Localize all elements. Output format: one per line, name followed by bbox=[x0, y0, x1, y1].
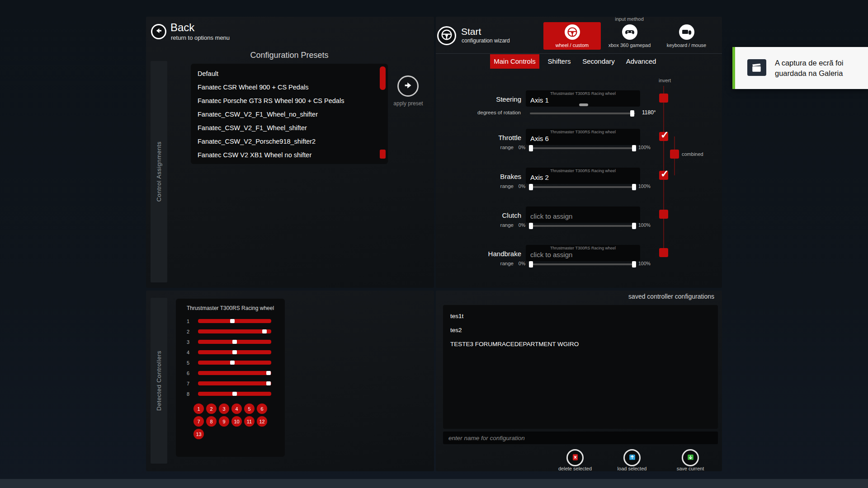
start-wizard-button[interactable] bbox=[437, 26, 456, 45]
handbrake-range-slider[interactable] bbox=[530, 263, 635, 265]
clutch-range-handle-max[interactable] bbox=[632, 223, 636, 229]
detected-device-name: Thrustmaster T300RS Racing wheel bbox=[176, 305, 285, 311]
clutch-assignment-box[interactable]: click to assign bbox=[526, 206, 640, 223]
controller-button-indicator: 8 bbox=[206, 416, 217, 427]
axis-number: 6 bbox=[179, 371, 189, 376]
controller-button-indicator: 7 bbox=[193, 416, 204, 427]
invert-checkbox-handbrake[interactable] bbox=[659, 248, 668, 257]
screenshot-icon bbox=[747, 59, 766, 76]
steering-label: Steering bbox=[458, 95, 521, 103]
steering-wheel-icon bbox=[441, 29, 453, 42]
preset-scrollbar-button[interactable] bbox=[380, 150, 386, 159]
throttle-assignment-value: Axis 6 bbox=[530, 135, 549, 142]
axis-bar bbox=[198, 361, 271, 365]
controller-button-indicator: 6 bbox=[257, 404, 267, 414]
back-subtitle: return to options menu bbox=[171, 34, 230, 41]
controller-button-indicator: 9 bbox=[219, 416, 229, 427]
tab-main-controls[interactable]: Main Controls bbox=[490, 54, 539, 69]
preset-scrollbar-thumb[interactable] bbox=[380, 66, 386, 90]
controller-button-indicator: 11 bbox=[244, 416, 255, 427]
invert-checkbox-brakes[interactable] bbox=[659, 171, 668, 180]
brakes-range-handle-min[interactable] bbox=[529, 184, 533, 190]
input-method-keyboard-mouse[interactable]: keyboard / mouse bbox=[658, 22, 715, 50]
preset-item[interactable]: Fanatec CSW V2 XB1 Wheel no shifter bbox=[191, 148, 388, 162]
load-icon bbox=[628, 453, 637, 463]
rotation-slider-handle[interactable] bbox=[630, 110, 634, 117]
invert-checkbox-throttle[interactable] bbox=[659, 132, 668, 141]
clutch-range-handle-min[interactable] bbox=[529, 223, 533, 229]
throttle-range-handle-max[interactable] bbox=[632, 145, 636, 151]
axis-position-indicator bbox=[232, 340, 237, 344]
invert-checkbox-steering[interactable] bbox=[659, 94, 668, 103]
saved-config-list[interactable]: tes1ttes2TESTE3 FORUMRACEDEPARTMENT WGIR… bbox=[443, 305, 718, 429]
preset-item[interactable]: Default bbox=[191, 67, 388, 80]
axis-number: 4 bbox=[179, 350, 189, 355]
input-method-xbox-gamepad[interactable]: xbox 360 gamepad bbox=[601, 22, 658, 50]
preset-item[interactable]: Fanatec_CSW_V2_F1_Wheel_shifter bbox=[191, 121, 388, 135]
preset-item[interactable]: Fanatec CSR Wheel 900 + CS Pedals bbox=[191, 80, 388, 94]
handbrake-assignment-box[interactable]: Thrustmaster T300RS Racing wheel click t… bbox=[526, 245, 640, 261]
handbrake-range-max: 100% bbox=[638, 261, 651, 266]
sidebar-tab-control-assignments[interactable]: Control Assignments bbox=[151, 61, 167, 282]
header-divider bbox=[436, 53, 722, 54]
brakes-range-slider[interactable] bbox=[530, 186, 635, 188]
sidebar-tab-detected-controllers[interactable]: Detected Controllers bbox=[151, 298, 167, 464]
config-name-input[interactable] bbox=[443, 432, 718, 444]
control-assignments-label: Control Assignments bbox=[156, 141, 162, 202]
rotation-slider[interactable] bbox=[530, 113, 635, 114]
axis-number: 1 bbox=[179, 319, 189, 324]
combined-checkbox[interactable] bbox=[670, 150, 679, 159]
controller-button-indicator: 3 bbox=[219, 404, 229, 414]
screenshot-toast[interactable]: A captura de ecrã foi guardada na Galeri… bbox=[732, 47, 868, 89]
apply-preset-button[interactable] bbox=[397, 75, 419, 97]
axis-number: 5 bbox=[179, 360, 189, 366]
axis-bar bbox=[198, 392, 271, 396]
input-method-wheel-custom[interactable]: wheel / custom bbox=[543, 22, 601, 50]
delete-selected-label: delete selected bbox=[548, 466, 602, 471]
invert-label: invert bbox=[635, 78, 671, 83]
controls-settings-screen: Control Assignments Detected Controllers… bbox=[0, 0, 868, 488]
preset-item[interactable]: Fanatec Porsche GT3 RS Wheel 900 + CS Pe… bbox=[191, 94, 388, 108]
brakes-assignment-box[interactable]: Thrustmaster T300RS Racing wheel Axis 2 bbox=[526, 168, 640, 184]
preset-list[interactable]: DefaultFanatec CSR Wheel 900 + CS Pedals… bbox=[191, 64, 388, 164]
controller-button-indicator: 2 bbox=[206, 404, 217, 414]
delete-selected-button[interactable] bbox=[566, 449, 584, 466]
invert-checkbox-clutch[interactable] bbox=[659, 210, 668, 219]
handbrake-range-min: 0% bbox=[514, 261, 525, 266]
axis-row: 4 bbox=[176, 348, 285, 358]
wizard-title: Start bbox=[461, 26, 481, 37]
back-button[interactable] bbox=[151, 24, 166, 39]
clutch-range-slider[interactable] bbox=[530, 225, 635, 227]
axis-position-indicator bbox=[266, 381, 271, 385]
back-arrow-icon bbox=[155, 27, 163, 37]
handbrake-assignment-value: click to assign bbox=[530, 251, 572, 258]
controller-button-indicator: 4 bbox=[231, 404, 242, 414]
axis-bar bbox=[198, 319, 271, 323]
tab-shifters[interactable]: Shifters bbox=[543, 54, 576, 69]
axis-position-indicator bbox=[230, 319, 235, 323]
throttle-range-handle-min[interactable] bbox=[529, 145, 533, 151]
saved-config-item[interactable]: tes2 bbox=[443, 323, 718, 337]
throttle-range-slider[interactable] bbox=[530, 147, 635, 149]
saved-config-item[interactable]: TESTE3 FORUMRACEDEPARTMENT WGIRO bbox=[443, 337, 718, 351]
saved-config-item[interactable]: tes1t bbox=[443, 309, 718, 323]
brakes-range-label: range bbox=[477, 183, 514, 189]
tab-secondary[interactable]: Secondary bbox=[580, 54, 617, 69]
load-selected-button[interactable] bbox=[623, 449, 641, 466]
throttle-range-max: 100% bbox=[638, 145, 651, 150]
saved-configurations-title: saved controller configurations bbox=[579, 293, 714, 300]
save-current-button[interactable] bbox=[682, 449, 699, 466]
preset-item[interactable]: Fanatec_CSW_V2_Porsche918_shifter2 bbox=[191, 135, 388, 148]
axis-list: 12345678 bbox=[176, 317, 285, 400]
axis-position-indicator bbox=[232, 350, 237, 354]
throttle-assignment-box[interactable]: Thrustmaster T300RS Racing wheel Axis 6 bbox=[526, 129, 640, 145]
handbrake-range-handle-min[interactable] bbox=[529, 261, 533, 267]
tab-advanced[interactable]: Advanced bbox=[623, 54, 659, 69]
brakes-range-handle-max[interactable] bbox=[632, 184, 636, 190]
preset-item[interactable]: Fanatec_CSW_V2_F1_Wheel_no_shifter bbox=[191, 108, 388, 121]
axis-number: 3 bbox=[179, 339, 189, 345]
button-grid: 12345678910111213 bbox=[193, 404, 270, 441]
detected-controllers-label: Detected Controllers bbox=[156, 351, 162, 411]
handbrake-range-handle-max[interactable] bbox=[632, 261, 636, 267]
degrees-of-rotation-label: degrees of rotation bbox=[453, 110, 521, 115]
